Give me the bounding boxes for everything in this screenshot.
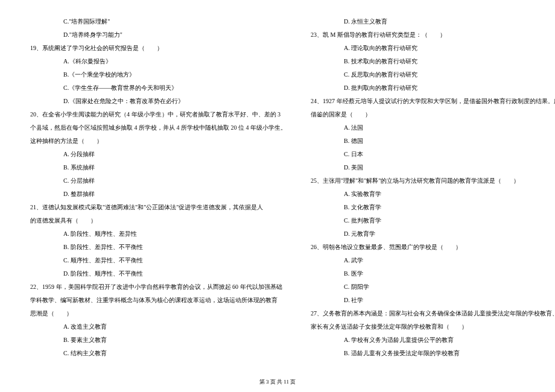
option: A. 分段抽样 — [30, 148, 287, 160]
question-24: 24、1927 年经蔡元培等人提议试行的大学院和大学区制，是借鉴国外教育行政制度… — [311, 95, 555, 107]
option: D."培养终身学习能力" — [30, 28, 287, 41]
option: C. 反思取向的教育行动研究 — [311, 68, 555, 81]
option: B. 德国 — [311, 134, 555, 147]
option: D. 元教育学 — [311, 227, 555, 240]
question-20-cont: 这种抽样的方法是（ ） — [30, 134, 287, 147]
question-20: 20、在全省小学生阅读能力的研究（4 年级小学生）中，研究者抽取了教育水平好、中… — [30, 108, 287, 121]
question-21: 21、道德认知发展模式采取"道德两难法"和"公正团体法"促进学生道德发展，其依据… — [30, 201, 287, 213]
option: A. 改造主义教育 — [30, 320, 287, 333]
option: D.《国家处在危险之中：教育改革势在必行》 — [30, 95, 287, 107]
question-26: 26、明朝各地设立数量最多、范围最广的学校是（ ） — [311, 241, 555, 253]
option: D. 永恒主义教育 — [311, 15, 555, 28]
question-27-cont: 家长有义务送适龄子女接受法定年限的学校教育和（ ） — [311, 320, 555, 333]
option: B. 技术取向的教育行动研究 — [311, 55, 555, 68]
option: D. 整群抽样 — [30, 188, 287, 200]
question-25: 25、主张用"理解"和"解释"的立场与方法研究教育问题的教育学流派是（ ） — [311, 174, 555, 187]
option: C. 阴阳学 — [311, 280, 555, 293]
option: B. 要素主义教育 — [30, 334, 287, 346]
question-23: 23、凯 M 斯倡导的教育行动研究类型是：（ ） — [311, 28, 555, 41]
right-column: D. 永恒主义教育 23、凯 M 斯倡导的教育行动研究类型是：（ ） A. 理论… — [311, 15, 555, 360]
option: B. 医学 — [311, 267, 555, 280]
page-footer: 第 3 页 共 11 页 — [0, 378, 555, 386]
option: C. 日本 — [311, 148, 555, 160]
question-19: 19、系统阐述了学习化社会的研究报告是（ ） — [30, 42, 287, 54]
option: D. 阶段性、顺序性、不平衡性 — [30, 267, 287, 280]
option: B. 系统抽样 — [30, 161, 287, 174]
option: B. 文化教育学 — [311, 201, 555, 213]
option: A. 阶段性、顺序性、差异性 — [30, 227, 287, 240]
left-column: C."培养国际理解" D."培养终身学习能力" 19、系统阐述了学习化社会的研究… — [30, 15, 287, 360]
option: C. 分层抽样 — [30, 174, 287, 187]
option: C. 结构主义教育 — [30, 347, 287, 359]
option: B. 阶段性、差异性、不平衡性 — [30, 241, 287, 253]
question-22-cont: 学科教学、编写新教材、注重学科概念与体系为核心的课程改革运动，这场运动所体现的教… — [30, 294, 287, 306]
question-22: 22、1959 年，美国科学院召开了改进中小学自然科学教育的会议，从而掀起 60… — [30, 280, 287, 293]
option: C. 顺序性、差异性、不平衡性 — [30, 254, 287, 267]
option: A. 理论取向的教育行动研究 — [311, 42, 555, 54]
question-22-cont: 思潮是（ ） — [30, 307, 287, 320]
option: A. 法国 — [311, 121, 555, 134]
question-27: 27、义务教育的基本内涵是：国家与社会有义务确保全体适龄儿童接受法定年限的学校教… — [311, 307, 555, 320]
option: A. 实验教育学 — [311, 188, 555, 200]
option: D. 批判取向的教育行动研究 — [311, 81, 555, 94]
question-21-cont: 的道德发展具有（ ） — [30, 214, 287, 227]
page-content: C."培养国际理解" D."培养终身学习能力" 19、系统阐述了学习化社会的研究… — [0, 0, 555, 378]
option: D. 美国 — [311, 161, 555, 174]
option: A. 学校有义务为适龄儿童提供公平的教育 — [311, 334, 555, 346]
option: B. 适龄儿童有义务接受法定年限的学校教育 — [311, 347, 555, 359]
option: C.《学生生存——教育世界的今天和明天》 — [30, 81, 287, 94]
option: A. 武学 — [311, 254, 555, 267]
option: B.《一个乘坐学校的地方》 — [30, 68, 287, 81]
option: C. 批判教育学 — [311, 214, 555, 227]
option: A.《科尔曼报告》 — [30, 55, 287, 68]
option: C."培养国际理解" — [30, 15, 287, 28]
question-20-cont: 个县域，然后在每个区域按照城乡抽取 4 所学校，并从 4 所学校中随机抽取 20… — [30, 121, 287, 134]
question-24-cont: 借鉴的国家是（ ） — [311, 108, 555, 121]
option: D. 社学 — [311, 294, 555, 306]
